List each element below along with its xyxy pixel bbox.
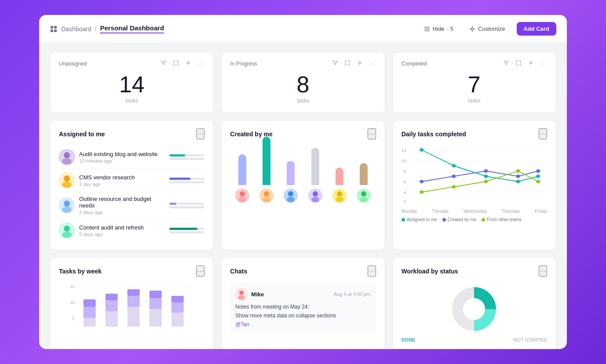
svg-text:10: 10 <box>70 300 75 305</box>
svg-rect-80 <box>128 296 140 307</box>
svg-rect-81 <box>128 289 140 296</box>
task-time-3: 5 days ago <box>79 232 165 237</box>
pie-chart <box>402 283 547 335</box>
svg-rect-83 <box>150 298 162 309</box>
bar-group-0 <box>235 154 249 203</box>
bar-group-1 <box>259 137 274 203</box>
filter-icon-completed[interactable] <box>502 59 511 68</box>
task-avatar-1 <box>59 172 75 188</box>
svg-rect-86 <box>172 302 184 313</box>
main-cards-row: Assigned to me ··· Audit existing blog a… <box>50 120 556 250</box>
created-by-me-card: Created by me ··· <box>221 120 385 250</box>
svg-point-91 <box>463 298 485 320</box>
svg-point-7 <box>471 28 474 30</box>
more-icon-unassigned[interactable]: ··· <box>196 59 204 68</box>
svg-point-31 <box>287 197 295 202</box>
task-item-0: Audit existing blog and website 10 minut… <box>59 146 204 169</box>
settings-icon-unassigned[interactable] <box>184 59 193 68</box>
svg-point-62 <box>420 190 423 194</box>
more-icon-completed[interactable]: ··· <box>539 59 547 68</box>
task-progress-2 <box>169 203 204 208</box>
stat-label-inprogress: tasks <box>230 98 376 104</box>
task-item-3: Content audit and refresh 5 days ago <box>59 219 204 242</box>
bar-avatar-5 <box>357 189 371 203</box>
svg-point-15 <box>64 175 70 182</box>
chat-message: Mike Aug 4 at 4:00 pm Notes from meeting… <box>230 283 376 333</box>
breadcrumb-parent[interactable]: Dashboard <box>61 25 91 33</box>
created-chart <box>230 146 376 203</box>
svg-rect-76 <box>106 311 118 327</box>
chats-card-menu[interactable]: ··· <box>368 266 376 277</box>
svg-point-12 <box>64 152 70 158</box>
svg-point-57 <box>420 180 423 183</box>
svg-rect-84 <box>150 291 162 298</box>
settings-icon-completed[interactable] <box>526 59 535 68</box>
task-item-1: CMS vendor research 1 day ago <box>59 169 204 192</box>
expand-icon-completed[interactable] <box>514 59 523 68</box>
svg-text:15: 15 <box>70 284 75 289</box>
bar-group-4 <box>332 167 347 203</box>
svg-point-56 <box>536 175 540 178</box>
svg-point-18 <box>64 200 70 207</box>
content: Unassigned ··· 14 <box>39 43 567 349</box>
breadcrumb-current: Personal Dashboard <box>100 24 164 33</box>
stat-card-unassigned: Unassigned ··· 14 <box>50 52 214 113</box>
settings-icon-inprogress[interactable] <box>355 59 364 68</box>
workload-card-title: Workload by status <box>402 268 458 275</box>
workload-card-menu[interactable]: ··· <box>539 266 547 277</box>
svg-rect-87 <box>172 296 184 302</box>
svg-rect-78 <box>106 294 118 300</box>
filter-icon-inprogress[interactable] <box>331 59 340 68</box>
hide-button[interactable]: Hide · 5 <box>420 23 458 35</box>
svg-text:10: 10 <box>402 159 406 163</box>
stat-number-unassigned: 14 <box>59 73 204 96</box>
svg-point-58 <box>452 175 456 178</box>
svg-point-10 <box>530 62 532 64</box>
header-actions: Hide · 5 Customize Add Card <box>420 22 556 36</box>
assigned-card-menu[interactable]: ··· <box>196 128 204 139</box>
dashboard-icon <box>50 25 58 33</box>
daily-card-menu[interactable]: ··· <box>539 128 547 139</box>
svg-point-52 <box>420 148 423 152</box>
bar-avatar-4 <box>332 189 347 203</box>
stat-title-completed: Completed <box>402 61 427 67</box>
chat-avatar <box>235 288 248 300</box>
svg-point-54 <box>484 175 488 178</box>
more-icon-inprogress[interactable]: ··· <box>368 59 376 68</box>
stat-title-unassigned: Unassigned <box>59 61 87 67</box>
stat-cards-row: Unassigned ··· 14 <box>50 52 556 113</box>
svg-text:6: 6 <box>403 180 406 184</box>
chat-mention[interactable]: @Tan <box>235 321 370 328</box>
svg-rect-85 <box>172 313 184 327</box>
svg-text:5: 5 <box>72 316 74 320</box>
customize-button[interactable]: Customize <box>465 23 509 35</box>
expand-icon-unassigned[interactable] <box>172 59 180 68</box>
daily-card-title: Daily tasks completed <box>402 131 466 138</box>
customize-icon <box>469 26 475 32</box>
task-name-0: Audit existing blog and website <box>79 151 165 157</box>
svg-point-13 <box>62 158 72 164</box>
task-time-0: 10 minutes ago <box>79 158 165 164</box>
created-card-menu[interactable]: ··· <box>368 128 376 139</box>
bar-group-3 <box>308 148 322 203</box>
stat-actions-inprogress: ··· <box>331 59 376 68</box>
stat-card-completed: Completed ··· 7 ta <box>392 52 556 113</box>
task-progress-3 <box>169 228 204 233</box>
svg-rect-2 <box>51 29 53 32</box>
hide-count: · 5 <box>447 25 453 32</box>
stat-label-completed: tasks <box>402 98 547 104</box>
svg-rect-79 <box>128 307 140 327</box>
chat-time: Aug 4 at 4:00 pm <box>334 291 371 297</box>
main-container: Dashboard / Personal Dashboard Hide · 5 … <box>39 15 567 349</box>
task-time-1: 1 day ago <box>79 182 165 187</box>
svg-point-21 <box>64 226 70 232</box>
svg-point-16 <box>62 182 72 188</box>
add-card-button[interactable]: Add Card <box>517 22 557 36</box>
hide-icon <box>424 26 430 32</box>
svg-text:8: 8 <box>403 169 406 174</box>
filter-icon-unassigned[interactable] <box>159 59 168 68</box>
week-card-menu[interactable]: ··· <box>196 266 204 277</box>
expand-icon-inprogress[interactable] <box>343 59 352 68</box>
chat-text-2: Show more meta data on collapse sections <box>235 313 370 319</box>
svg-rect-75 <box>84 299 96 307</box>
